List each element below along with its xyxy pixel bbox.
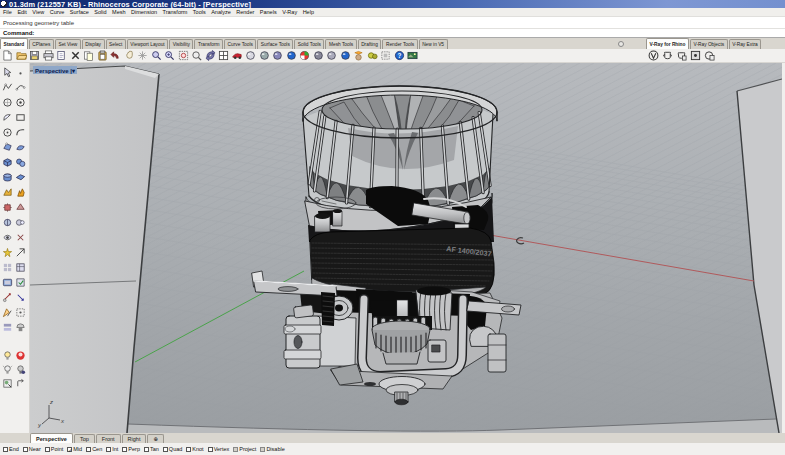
svg-text:z: z xyxy=(49,399,53,405)
svg-text:?: ? xyxy=(397,52,401,59)
